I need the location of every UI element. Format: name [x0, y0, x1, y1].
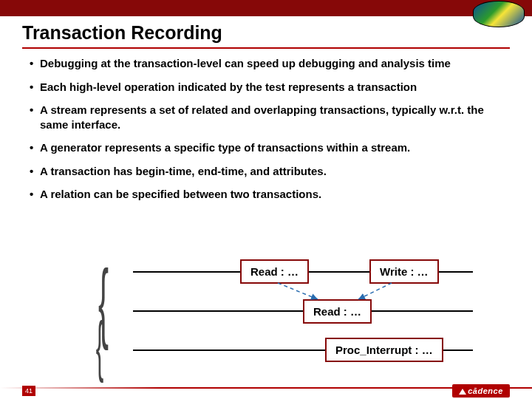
- transaction-box-write: Write : …: [369, 259, 439, 284]
- transaction-box-read: Read : …: [240, 259, 309, 284]
- title-bar: [0, 0, 532, 16]
- bullet-item: A transaction has begin-time, end-time, …: [30, 164, 502, 179]
- svg-line-1: [358, 283, 392, 299]
- triangle-icon: [459, 389, 466, 395]
- bullet-item: Each high-level operation indicated by t…: [30, 80, 502, 95]
- bullet-item: A relation can be specified between two …: [30, 187, 502, 202]
- bullet-item: Debugging at the transaction-level can s…: [30, 56, 502, 71]
- title-underline: [22, 47, 510, 49]
- page-number: 41: [22, 386, 35, 396]
- bullet-item: A generator represents a specific type o…: [30, 140, 502, 155]
- brace-icon: {: [96, 313, 104, 379]
- svg-line-0: [278, 283, 318, 299]
- brand-text: cādence: [468, 386, 503, 395]
- transaction-box-proc: Proc_Interrupt : …: [325, 338, 443, 362]
- bullet-list: Debugging at the transaction-level can s…: [30, 56, 502, 211]
- transaction-diagram: { { Read : … Write : … Read : … Proc_Int…: [96, 248, 488, 373]
- cadence-logo: cādence: [452, 384, 510, 398]
- transaction-box-read: Read : …: [303, 299, 372, 324]
- brazil-flag-logo: [473, 1, 525, 27]
- slide-title: Transaction Recording: [22, 22, 222, 44]
- bullet-item: A stream represents a set of related and…: [30, 103, 502, 132]
